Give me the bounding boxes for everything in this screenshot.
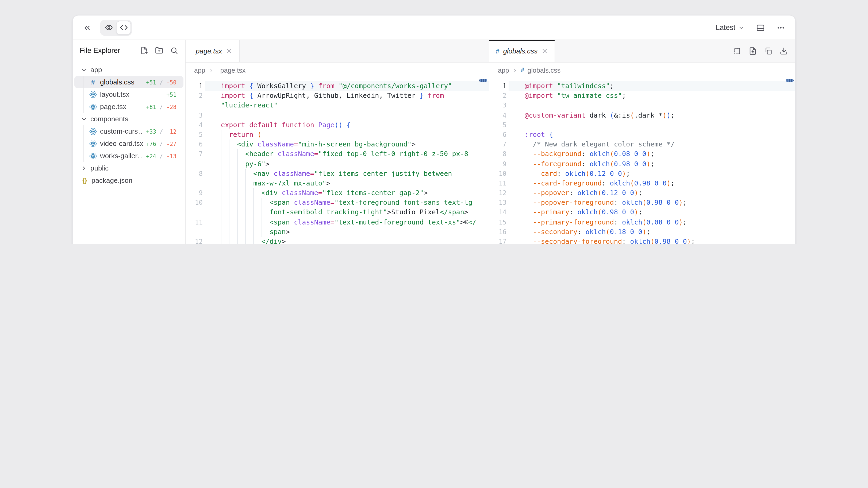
tree-item-app[interactable]: app [74,64,183,76]
eye-icon [104,24,113,32]
line-number: 6 [489,130,508,139]
tree-item-package-json[interactable]: {}package.json [74,174,183,187]
file-explorer-title: File Explorer [80,46,133,54]
file-name: layout.tsx [100,90,129,98]
scroll-position-marker [479,79,487,82]
breadcrumb-app[interactable]: app [194,67,205,74]
breadcrumb-file[interactable]: page.tsx [220,67,246,74]
top-toolbar: Latest [73,15,795,40]
code-line: 8 <nav className="flex items-center just… [186,169,489,178]
more-options-button[interactable] [773,20,788,35]
code-toggle-button[interactable] [116,21,131,34]
line-number: 1 [186,81,205,91]
tree-item-video-card-tsx[interactable]: video-card.tsx+76 / -27 [74,137,183,150]
code-editor-page-tsx[interactable]: 1import { WorksGallery } from "@/compone… [186,78,489,244]
code-line: 5 return ( [186,130,489,139]
new-folder-button[interactable] [155,46,163,54]
line-number: 3 [489,101,508,110]
line-number: 4 [489,110,508,120]
file-name: components [90,115,128,123]
diff-badge: +76 / -27 [146,140,183,147]
new-folder-icon [155,46,163,54]
line-number: 14 [489,208,508,217]
tree-item-public[interactable]: public [74,162,183,174]
file-name: public [90,164,108,172]
code-line: 4@custom-variant dark (&:is(.dark *)); [489,110,795,120]
file-diff-button[interactable] [749,47,757,55]
react-file-icon [89,140,97,147]
preview-toggle-button[interactable] [101,21,116,34]
chevron-right-icon [209,68,214,73]
code-line: span> [186,227,489,237]
code-line: 8 --background: oklch(0.08 0 0); [489,150,795,159]
file-explorer-header: File Explorer [73,40,185,60]
line-number: 17 [489,237,508,244]
line-number: 6 [186,139,205,149]
editor-pane-globals-css: # globals.css [489,40,795,244]
line-number: 13 [489,198,508,208]
diff-badge: +51 / -50 [146,79,183,85]
hash-icon: # [521,68,524,74]
tree-indent-guide [84,125,84,137]
line-number: 10 [489,169,508,178]
react-file-icon [89,128,97,135]
tree-item-works-galler-[interactable]: works-galler…+24 / -13 [74,150,183,162]
code-line: 12 --popover: oklch(0.12 0 0); [489,188,795,198]
file-explorer-sidebar: File Explorer app#globals.css+51 / -50la… [73,40,186,244]
braces-file-icon: {} [81,177,88,184]
tab-page-tsx[interactable]: page.tsx [186,40,240,62]
code-line: 3 [489,101,795,110]
tree-item-custom-curs-[interactable]: custom-curs…+33 / -12 [74,125,183,137]
breadcrumb: app # globals.css [489,63,795,78]
new-file-button[interactable] [140,46,148,54]
tree-indent-guide [84,76,84,88]
tree-item-page-tsx[interactable]: page.tsx+81 / -28 [74,100,183,113]
copy-code-button[interactable] [764,47,772,55]
version-dropdown[interactable]: Latest [712,21,748,34]
code-icon [120,24,128,32]
new-file-icon [140,46,148,54]
download-icon [780,47,788,55]
search-files-button[interactable] [170,46,178,54]
collapse-panel-button[interactable] [80,20,95,35]
tree-item-components[interactable]: components [74,113,183,125]
main-content: File Explorer app#globals.css+51 / -50la… [73,40,795,244]
line-number: 3 [186,110,205,120]
tree-indent-guide [84,137,84,150]
tab-globals-css[interactable]: # globals.css [489,40,555,62]
code-line: 5 [489,120,795,130]
line-number: 7 [489,139,508,149]
code-editor-globals-css[interactable]: 1@import "tailwindcss";2@import "tw-anim… [489,78,795,244]
code-line: 15 --primary-foreground: oklch(0.08 0 0)… [489,217,795,227]
desktop: Latest File Explorer [0,0,868,244]
code-line: 2@import "tw-animate-css"; [489,91,795,100]
code-line: 13 --popover-foreground: oklch(0.98 0 0)… [489,198,795,208]
code-line: 11 <span className="text-muted-foregroun… [186,217,489,227]
chevron-down-icon [81,116,87,122]
breadcrumb-app[interactable]: app [498,67,509,74]
diff-badge: +33 / -12 [146,128,183,134]
line-number: 8 [186,169,205,178]
breadcrumb-file[interactable]: globals.css [528,67,561,74]
line-number [186,159,205,169]
line-number [186,101,205,110]
tree-item-layout-tsx[interactable]: layout.tsx+51 [74,88,183,100]
react-file-icon [89,152,97,160]
code-line: 7 <header className="fixed top-0 left-0 … [186,150,489,159]
diff-badge: +24 / -13 [146,153,183,159]
code-line: 9 <div className="flex items-center gap-… [186,188,489,198]
line-number: 11 [186,217,205,227]
line-number: 5 [186,130,205,139]
open-in-window-button[interactable] [753,20,768,35]
tree-item-globals-css[interactable]: #globals.css+51 / -50 [74,76,183,88]
file-name: globals.css [100,78,134,86]
line-number: 2 [186,91,205,100]
react-file-icon [89,103,97,110]
close-tab-icon[interactable] [226,47,232,55]
line-number: 16 [489,227,508,237]
line-number: 11 [489,178,508,188]
split-view-button[interactable] [733,47,741,55]
chevron-down-icon [81,67,87,73]
close-tab-icon[interactable] [541,47,548,55]
download-button[interactable] [780,47,788,55]
